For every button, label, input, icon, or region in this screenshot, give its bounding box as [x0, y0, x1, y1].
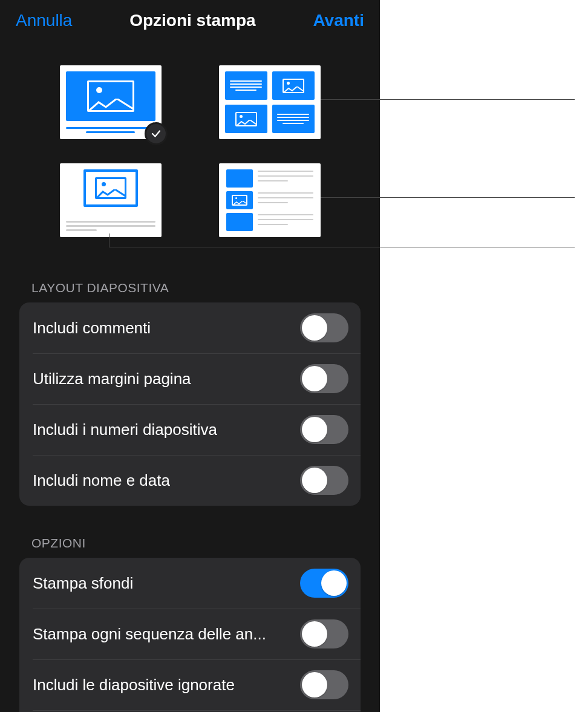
- callout-line: [321, 197, 575, 198]
- layout-option-outline[interactable]: [219, 163, 321, 237]
- next-button[interactable]: Avanti: [313, 11, 364, 30]
- row-slide-numbers: Includi i numeri diapositiva: [19, 404, 361, 455]
- row-label: Stampa ogni sequenza delle an...: [33, 625, 266, 644]
- row-label: Utilizza margini pagina: [33, 370, 191, 388]
- row-label: Includi commenti: [33, 319, 151, 338]
- toggle-print-backgrounds[interactable]: [300, 569, 348, 598]
- callout-line: [109, 234, 109, 247]
- row-print-backgrounds: Stampa sfondi: [19, 558, 361, 609]
- panel-title: Opzioni stampa: [129, 11, 255, 30]
- toggle-name-date[interactable]: [300, 466, 348, 495]
- section-header-options: OPZIONI: [0, 506, 380, 558]
- row-label: Includi le diapositive ignorate: [33, 676, 235, 694]
- row-include-skipped: Includi le diapositive ignorate: [19, 659, 361, 710]
- callout-line: [109, 247, 575, 247]
- layout-options-grid: [0, 36, 380, 237]
- row-label: Includi i numeri diapositiva: [33, 420, 217, 439]
- row-page-margins: Utilizza margini pagina: [19, 353, 361, 404]
- checkmark-icon: [145, 122, 168, 145]
- toggle-include-skipped[interactable]: [300, 670, 348, 699]
- toggle-print-animations[interactable]: [300, 619, 348, 648]
- layout-option-notes[interactable]: [60, 163, 162, 237]
- settings-group-options: Stampa sfondi Stampa ogni sequenza delle…: [19, 558, 361, 712]
- toggle-page-margins[interactable]: [300, 364, 348, 393]
- layout-option-grid[interactable]: [219, 65, 321, 139]
- print-options-panel: Annulla Opzioni stampa Avanti: [0, 0, 380, 712]
- panel-header: Annulla Opzioni stampa Avanti: [0, 0, 380, 36]
- toggle-include-comments[interactable]: [300, 313, 348, 342]
- callout-line: [321, 99, 575, 100]
- settings-group-layout: Includi commenti Utilizza margini pagina…: [19, 302, 361, 506]
- toggle-slide-numbers[interactable]: [300, 415, 348, 444]
- row-label: Includi nome e data: [33, 471, 170, 490]
- row-print-animations: Stampa ogni sequenza delle an...: [19, 609, 361, 659]
- row-include-comments: Includi commenti: [19, 302, 361, 353]
- row-name-date: Includi nome e data: [19, 455, 361, 506]
- cancel-button[interactable]: Annulla: [16, 11, 72, 30]
- layout-option-slide[interactable]: [60, 65, 162, 139]
- row-label: Stampa sfondi: [33, 574, 133, 593]
